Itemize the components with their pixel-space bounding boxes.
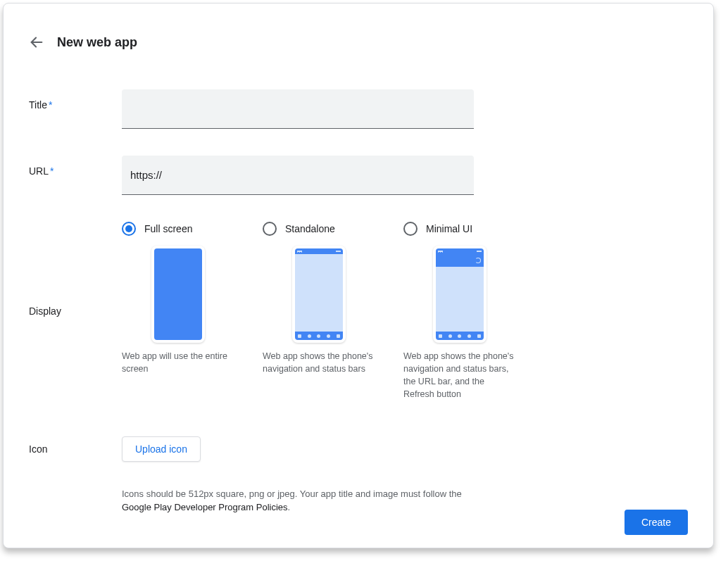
- option-label: Minimal UI: [426, 223, 472, 234]
- radio-standalone[interactable]: [263, 222, 277, 236]
- page-title: New web app: [57, 35, 137, 50]
- url-input[interactable]: [122, 156, 474, 195]
- option-caption: Web app will use the entire screen: [122, 350, 234, 375]
- title-label: Title*: [29, 89, 122, 111]
- url-label: URL*: [29, 156, 122, 177]
- radio-fullscreen[interactable]: [122, 222, 136, 236]
- required-asterisk: *: [50, 165, 54, 177]
- icon-label: Icon: [29, 443, 122, 455]
- icon-help-text: Icons should be 512px square, png or jpe…: [122, 487, 474, 515]
- display-option-minimal: Minimal UI Web app shows the phone's nav…: [403, 222, 516, 401]
- display-options: Full screen Web app will use the entire …: [122, 222, 516, 401]
- icon-row: Icon Upload icon: [29, 436, 688, 462]
- dialog-header: New web app: [29, 34, 688, 50]
- required-asterisk: *: [49, 99, 52, 111]
- option-label: Full screen: [144, 223, 192, 234]
- create-button[interactable]: Create: [625, 510, 688, 535]
- title-input[interactable]: [122, 89, 474, 129]
- back-arrow-icon[interactable]: [29, 34, 44, 50]
- display-label: Display: [29, 305, 122, 317]
- preview-standalone: [263, 246, 375, 343]
- dialog-card: New web app Title* URL* Display Full scr…: [3, 3, 714, 548]
- option-caption: Web app shows the phone's navigation and…: [263, 350, 375, 375]
- url-row: URL*: [29, 156, 688, 195]
- option-label: Standalone: [285, 223, 335, 234]
- display-option-fullscreen: Full screen Web app will use the entire …: [122, 222, 234, 401]
- preview-minimal: [403, 246, 516, 343]
- title-row: Title*: [29, 89, 688, 129]
- refresh-icon: [475, 258, 481, 263]
- display-row: Display Full screen Web app will use the…: [29, 222, 688, 401]
- policies-link[interactable]: Google Play Developer Program Policies: [122, 502, 288, 512]
- option-caption: Web app shows the phone's navigation and…: [403, 350, 516, 401]
- radio-minimal[interactable]: [403, 222, 418, 236]
- display-option-standalone: Standalone Web app shows the phone's nav…: [263, 222, 375, 401]
- preview-fullscreen: [122, 246, 234, 343]
- upload-icon-button[interactable]: Upload icon: [122, 436, 201, 462]
